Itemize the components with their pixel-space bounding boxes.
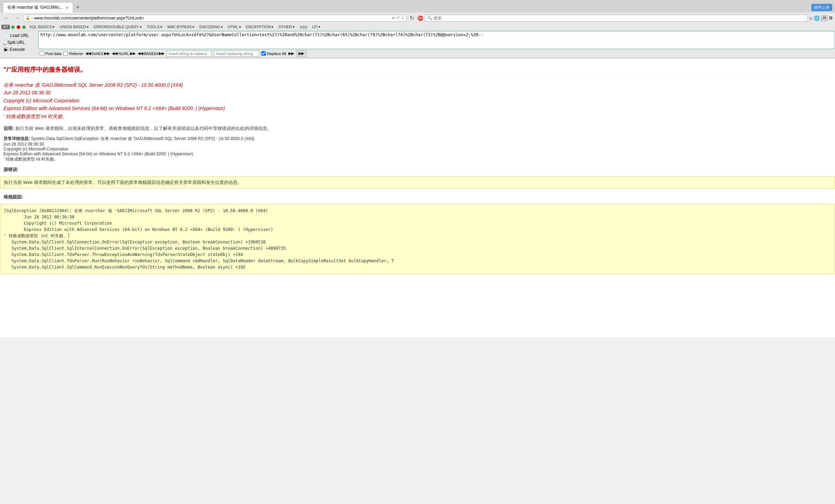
globe-icon[interactable]: 🌐 bbox=[814, 15, 820, 21]
js-badge: JS bbox=[821, 15, 827, 21]
plugin-icon[interactable]: ⚙ bbox=[829, 15, 833, 21]
insert-replacing-string-input[interactable] bbox=[214, 51, 259, 57]
exception-label: 异常详细信息: bbox=[3, 136, 30, 141]
address-box: 🔒 i ★ ☍ ⇓ bbox=[23, 15, 407, 22]
post-data-checkbox[interactable] bbox=[40, 51, 44, 56]
new-tab-button[interactable]: + bbox=[73, 2, 83, 13]
execute-button[interactable]: ▶ Execute bbox=[2, 46, 36, 53]
replace-forward-group: ▶▶ bbox=[288, 51, 294, 56]
back-button[interactable]: ← bbox=[2, 14, 11, 22]
exception-line-1: Jun 28 2012 08:36:30 bbox=[3, 142, 832, 147]
tab-bar: 在将 nvarchar 值 'GAOJIMic... × + 插件上传 bbox=[0, 0, 835, 13]
hackbar-menu: INT SQL BASICS UNION BASED ERROR/DOUBLE … bbox=[0, 23, 835, 31]
stack-trace-code: [SqlException (0x80131904): 在将 nvarchar … bbox=[0, 204, 835, 274]
arrow-left-url[interactable]: ◀◀ bbox=[112, 51, 117, 56]
browser-chrome: 在将 nvarchar 值 'GAOJIMic... × + 插件上传 ← → … bbox=[0, 0, 835, 59]
address-protocol: i bbox=[32, 16, 32, 20]
menu-waf-bypass[interactable]: WAF BYPASS bbox=[165, 24, 196, 30]
sql-error-line-5: ' 转换成数据类型 int 时失败。 bbox=[3, 113, 832, 120]
hackbar-url-textarea[interactable]: http://www.moonlab.com/usercenter/platfo… bbox=[38, 31, 835, 49]
arrow-right-base64[interactable]: ▶▶ bbox=[159, 51, 164, 56]
exception-text: System.Data.SqlClient.SqlException: 在将 n… bbox=[31, 136, 254, 141]
error-title: "/"应用程序中的服务器错误。 bbox=[0, 59, 835, 77]
tab-title: 在将 nvarchar 值 'GAOJIMic... bbox=[7, 5, 63, 10]
arrow-right-0xhex[interactable]: ▶▶ bbox=[104, 51, 110, 56]
sql-error-block: 在将 nvarchar 值 'GAOJIMicrosoft SQL Server… bbox=[0, 78, 835, 124]
arrow-left-base64[interactable]: ◀◀ bbox=[138, 51, 143, 56]
status-dot-2 bbox=[17, 25, 20, 29]
rss-icon: ☍ bbox=[396, 16, 400, 20]
exception-line-4: ' 转换成数据类型 int 时失败。 bbox=[3, 156, 832, 162]
forward-button[interactable]: → bbox=[13, 14, 22, 22]
exception-line-2: Copyright (c) Microsoft Corporation bbox=[3, 147, 832, 152]
menu-xss[interactable]: XSS bbox=[297, 24, 309, 30]
split-url-icon: ⎯ bbox=[3, 40, 6, 45]
hackbar-toolbar: Post data Referrer ◀◀ 0xHEX ▶▶ ◀◀ bbox=[38, 49, 835, 58]
hackbar-sidebar: 📄 Load URL ⎯ Split URL ▶ Execute bbox=[0, 31, 38, 58]
sql-error-line-3: Copyright (c) Microsoft Corporation bbox=[3, 97, 832, 104]
int-badge: INT bbox=[1, 25, 10, 29]
page-content: "/"应用程序中的服务器错误。 在将 nvarchar 值 'GAOJIMicr… bbox=[0, 59, 835, 337]
replace-all-checkbox-label[interactable]: Replace All bbox=[261, 51, 286, 56]
load-url-icon: 📄 bbox=[3, 33, 9, 38]
browser-toolbar-icons: ⌂ 🌐 JS ⚙ bbox=[809, 15, 833, 21]
encode-base64-group: ◀◀ BASE64 ▶▶ bbox=[138, 51, 165, 56]
status-dot-3 bbox=[22, 25, 26, 29]
exception-line-3: Express Edition with Advanced Services (… bbox=[3, 152, 832, 156]
menu-error-double-query[interactable]: ERROR/DOUBLE QUERY bbox=[92, 24, 144, 30]
hackbar-main-area: 📄 Load URL ⎯ Split URL ▶ Execute http://… bbox=[0, 31, 835, 58]
menu-lfi[interactable]: LFI bbox=[310, 24, 323, 30]
menu-other[interactable]: OTHER bbox=[276, 24, 297, 30]
encode-url-group: ◀◀ %URL ▶▶ bbox=[112, 51, 136, 56]
arrow-left-0xhex[interactable]: ◀◀ bbox=[85, 51, 91, 56]
addon-upload-button[interactable]: 插件上传 bbox=[811, 4, 832, 11]
source-error-label: 源错误: bbox=[0, 163, 835, 175]
menu-tools[interactable]: TOOLS bbox=[145, 24, 164, 30]
insert-string-to-replace-input[interactable] bbox=[167, 51, 212, 57]
description-text: 执行当前 Web 请求期间，出现未处理的异常。请检查堆栈跟踪信息，以了解有关该错… bbox=[15, 126, 272, 131]
split-url-button[interactable]: ⎯ Split URL bbox=[2, 39, 36, 46]
replace-all-checkbox[interactable] bbox=[261, 51, 266, 56]
execute-icon: ▶ bbox=[3, 47, 8, 52]
description-block: 说明: 执行当前 Web 请求期间，出现未处理的异常。请检查堆栈跟踪信息，以了解… bbox=[0, 124, 835, 135]
search-icon: 🔍 bbox=[427, 16, 432, 20]
download-icon: ⇓ bbox=[401, 16, 404, 20]
search-box: 🔍 bbox=[425, 15, 808, 22]
active-tab[interactable]: 在将 nvarchar 值 'GAOJIMic... × bbox=[3, 2, 73, 13]
menu-encoding[interactable]: ENCODING bbox=[197, 24, 225, 30]
sql-error-line-4: Express Edition with Advanced Services (… bbox=[3, 104, 832, 112]
stop-button[interactable]: ⛔ bbox=[417, 15, 423, 21]
description-label: 说明: bbox=[3, 126, 14, 131]
search-input[interactable] bbox=[433, 16, 806, 21]
address-icons: ★ ☍ ⇓ bbox=[392, 16, 404, 20]
encode-0xhex-group: ◀◀ 0xHEX ▶▶ bbox=[85, 51, 110, 56]
source-error-box: 执行当前 Web 请求期间生成了未处理的异常。可以使用下面的异常堆栈跟踪信息确定… bbox=[0, 176, 835, 189]
hackbar-url-area: http://www.moonlab.com/usercenter/platfo… bbox=[38, 31, 835, 58]
sql-error-line-2: Jun 28 2012 08:36:30 bbox=[3, 89, 832, 96]
address-input[interactable] bbox=[34, 16, 390, 21]
refresh-button[interactable]: ↻ bbox=[408, 14, 416, 22]
arrow-right-replace[interactable]: ▶▶ bbox=[288, 51, 294, 56]
home-icon[interactable]: ⌂ bbox=[809, 15, 812, 21]
stack-trace-label: 堆栈跟踪: bbox=[0, 191, 835, 202]
referrer-checkbox[interactable] bbox=[63, 51, 68, 56]
lock-icon: 🔒 bbox=[25, 16, 30, 20]
menu-sql-basics[interactable]: SQL BASICS bbox=[27, 24, 57, 30]
referrer-checkbox-label[interactable]: Referrer bbox=[63, 51, 83, 56]
status-dot-1 bbox=[11, 25, 15, 29]
tab-close-button[interactable]: × bbox=[66, 5, 69, 10]
post-data-checkbox-label[interactable]: Post data bbox=[40, 51, 61, 56]
arrow-right-url[interactable]: ▶▶ bbox=[130, 51, 136, 56]
menu-union-based[interactable]: UNION BASED bbox=[57, 24, 91, 30]
forward-button-replace[interactable]: ▶▶ bbox=[296, 50, 307, 57]
load-url-button[interactable]: 📄 Load URL bbox=[2, 32, 36, 39]
bookmark-star-icon[interactable]: ★ bbox=[392, 16, 395, 20]
menu-html[interactable]: HTML bbox=[226, 24, 243, 30]
sql-error-line-1: 在将 nvarchar 值 'GAOJIMicrosoft SQL Server… bbox=[3, 81, 832, 89]
menu-encryption[interactable]: ENCRYPTION bbox=[244, 24, 276, 30]
source-error-text: 执行当前 Web 请求期间生成了未处理的异常。可以使用下面的异常堆栈跟踪信息确定… bbox=[4, 179, 831, 186]
hackbar: INT SQL BASICS UNION BASED ERROR/DOUBLE … bbox=[0, 23, 835, 58]
exception-detail-block: 异常详细信息: System.Data.SqlClient.SqlExcepti… bbox=[0, 135, 835, 163]
address-bar-row: ← → 🔒 i ★ ☍ ⇓ ↻ ⛔ 🔍 ⌂ 🌐 JS ⚙ bbox=[0, 13, 835, 23]
